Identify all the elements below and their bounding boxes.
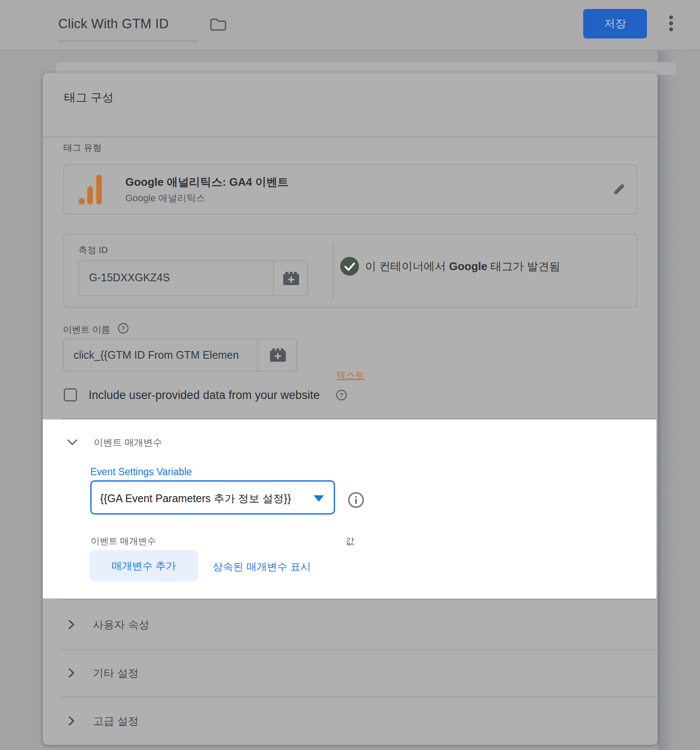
section-user-properties[interactable]: 사용자 속성 xyxy=(93,618,149,632)
google-analytics-icon xyxy=(78,174,102,205)
more-menu-icon[interactable] xyxy=(666,15,676,35)
event-settings-variable-value: {{GA Event Parameters 추가 정보 설정}} xyxy=(100,491,291,506)
gtm-tag-editor: Click With GTM ID 저장 태그 구성 태그 유형 Google … xyxy=(0,0,700,750)
include-user-data-help-icon[interactable]: ? xyxy=(336,390,347,401)
add-parameter-button-label: 매개변수 추가 xyxy=(112,559,176,573)
show-inherited-parameters-link[interactable]: 상속된 매개변수 표시 xyxy=(213,560,311,574)
google-tag-found-text: 이 컨테이너에서 Google 태그가 발견됨 xyxy=(365,259,560,274)
include-user-data-label: Include user-provided data from your web… xyxy=(89,389,320,402)
info-icon[interactable] xyxy=(347,491,365,509)
tag-title-underline xyxy=(58,41,198,42)
svg-text:?: ? xyxy=(121,324,125,332)
section-divider xyxy=(62,696,656,697)
save-button-label: 저장 xyxy=(604,16,626,31)
include-user-data-checkbox[interactable] xyxy=(64,388,77,402)
event-name-label: 이벤트 이름 xyxy=(63,324,110,336)
tag-type-vendor: Google 애널리틱스 xyxy=(125,192,205,205)
section-advanced-settings[interactable]: 고급 설정 xyxy=(93,714,139,728)
value-column-label: 값 xyxy=(345,535,354,547)
text-link[interactable]: 텍스트 xyxy=(336,369,365,382)
add-parameter-button[interactable]: 매개변수 추가 xyxy=(89,550,198,581)
save-button[interactable]: 저장 xyxy=(583,9,647,39)
chevron-right-icon[interactable] xyxy=(68,668,74,678)
panel-title: 태그 구성 xyxy=(64,90,114,105)
tag-title[interactable]: Click With GTM ID xyxy=(58,16,169,32)
event-name-variable-picker-icon[interactable] xyxy=(270,348,286,363)
folder-icon[interactable] xyxy=(210,17,227,32)
chevron-down-icon[interactable] xyxy=(67,439,77,445)
chevron-right-icon[interactable] xyxy=(68,716,74,726)
page-right-margin-shade xyxy=(658,51,700,750)
measurement-box-divider xyxy=(333,242,334,300)
section-divider xyxy=(62,649,656,650)
tag-type-name: Google 애널리틱스: GA4 이벤트 xyxy=(125,175,288,190)
dropdown-caret-icon xyxy=(314,495,324,502)
svg-text:?: ? xyxy=(339,391,343,399)
google-tag-found-check-icon xyxy=(340,257,359,276)
event-parameters-header[interactable]: 이벤트 매개변수 xyxy=(94,436,162,449)
chevron-right-icon[interactable] xyxy=(68,620,74,629)
event-name-help-icon[interactable]: ? xyxy=(118,323,129,334)
tag-type-label: 태그 유형 xyxy=(63,142,102,154)
event-settings-variable-label: Event Settings Variable xyxy=(90,466,192,478)
parameter-column-label: 이벤트 매개변수 xyxy=(91,535,156,547)
section-more-settings[interactable]: 기타 설정 xyxy=(93,666,139,680)
found-text-google: Google xyxy=(449,260,487,273)
event-name-value: click_{{GTM ID From GTM Elemen xyxy=(74,349,255,361)
section-divider xyxy=(62,599,656,600)
section-divider xyxy=(62,418,656,419)
found-text-suffix: 태그가 발견됨 xyxy=(487,260,560,273)
edit-pencil-icon[interactable] xyxy=(611,182,626,197)
variable-picker-icon[interactable] xyxy=(283,272,299,287)
measurement-id-value: G-15DXXGKZ4S xyxy=(89,271,170,284)
measurement-id-label: 측정 ID xyxy=(78,244,108,256)
panel-title-divider xyxy=(43,137,658,137)
found-text-prefix: 이 컨테이너에서 xyxy=(365,260,449,273)
